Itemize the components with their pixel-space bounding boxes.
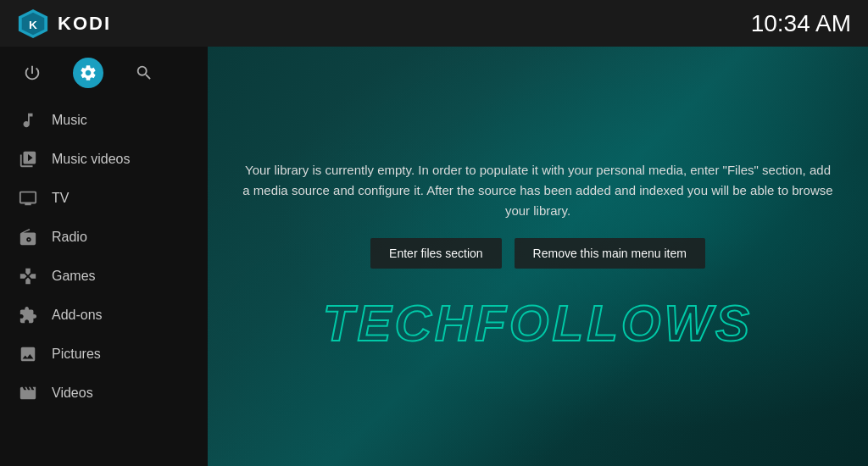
action-buttons: Enter files section Remove this main men… [370, 238, 705, 269]
app-header: K KODI 10:34 AM [0, 0, 868, 47]
sidebar-label-pictures: Pictures [52, 347, 101, 362]
clock-display: 10:34 AM [751, 10, 851, 37]
enter-files-button[interactable]: Enter files section [370, 238, 502, 269]
remove-menu-item-button[interactable]: Remove this main menu item [515, 238, 705, 269]
sidebar-item-radio[interactable]: Radio [0, 218, 208, 257]
games-icon [17, 265, 39, 287]
sidebar-item-tv[interactable]: TV [0, 179, 208, 218]
sidebar-item-videos[interactable]: Videos [0, 374, 208, 413]
radio-icon [17, 226, 39, 248]
settings-button[interactable] [73, 58, 103, 88]
main-content: Your library is currently empty. In orde… [208, 47, 868, 466]
library-empty-message: Your library is currently empty. In orde… [242, 160, 835, 221]
sidebar-label-addons: Add-ons [52, 308, 103, 323]
sidebar-top-icons [0, 51, 208, 101]
kodi-logo-icon: K [17, 8, 49, 40]
search-icon [135, 64, 153, 82]
settings-icon [79, 64, 97, 82]
sidebar-item-games[interactable]: Games [0, 257, 208, 296]
sidebar-label-videos: Videos [52, 386, 93, 401]
app-title: KODI [58, 13, 111, 35]
sidebar-label-music-videos: Music videos [52, 152, 130, 167]
logo-area: K KODI [17, 8, 111, 40]
sidebar-item-pictures[interactable]: Pictures [0, 335, 208, 374]
pictures-icon [17, 343, 39, 365]
search-button[interactable] [129, 58, 159, 88]
sidebar-item-music-videos[interactable]: Music videos [0, 140, 208, 179]
sidebar-label-radio: Radio [52, 230, 87, 245]
power-icon [23, 64, 42, 82]
addons-icon [17, 304, 39, 326]
music-videos-icon [17, 148, 39, 170]
sidebar-label-games: Games [52, 269, 96, 284]
main-layout: Music Music videos TV Radio Games [0, 47, 868, 466]
music-icon [17, 109, 39, 131]
sidebar-label-tv: TV [52, 191, 69, 206]
sidebar-item-addons[interactable]: Add-ons [0, 296, 208, 335]
sidebar-item-music[interactable]: Music [0, 101, 208, 140]
sidebar: Music Music videos TV Radio Games [0, 47, 208, 466]
sidebar-label-music: Music [52, 113, 87, 128]
techfollows-watermark: TECHFOLLOWS [323, 294, 753, 352]
videos-icon [17, 382, 39, 404]
content-inner: Your library is currently empty. In orde… [233, 160, 843, 352]
tv-icon [17, 187, 39, 209]
power-button[interactable] [17, 58, 47, 88]
svg-text:K: K [29, 18, 37, 31]
